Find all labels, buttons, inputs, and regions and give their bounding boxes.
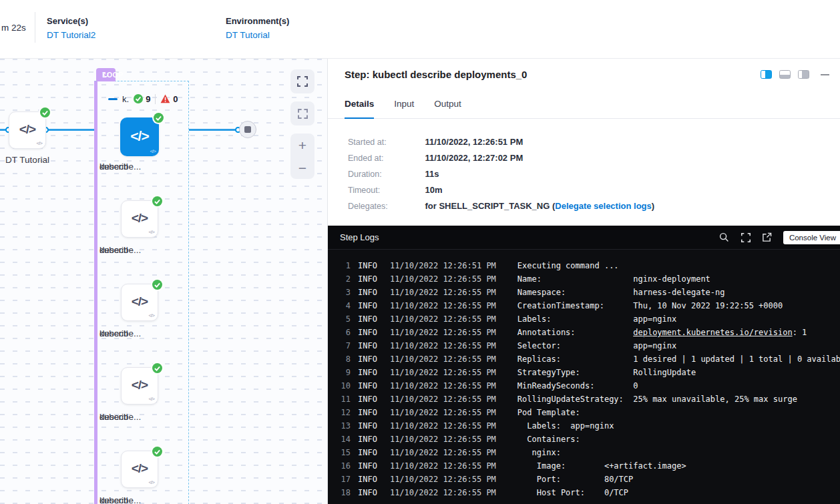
log-line: 15INFO11/10/2022 12:26:55 PM nginx:	[328, 446, 840, 459]
log-line: 18INFO11/10/2022 12:26:55 PM Host Port: …	[328, 486, 840, 499]
log-line: 11INFO11/10/2022 12:26:55 PMRollingUpdat…	[328, 393, 840, 406]
log-lines: 1INFO11/10/2022 12:26:51 PMExecuting com…	[328, 250, 840, 504]
tab-output[interactable]: Output	[434, 99, 461, 118]
code-icon: </>	[120, 128, 159, 144]
log-search-button[interactable]	[719, 232, 730, 243]
code-icon: </>	[122, 378, 158, 393]
log-line-number: 10	[328, 379, 351, 393]
service-link[interactable]: DT Tutorial2	[47, 30, 95, 40]
log-timestamp: 11/10/2022 12:26:55 PM	[390, 366, 496, 379]
step-node[interactable]: </> </>	[121, 200, 158, 238]
log-line-number: 1	[328, 259, 351, 272]
detail-row: Started at: 11/10/2022, 12:26:51 PM	[348, 134, 840, 150]
step-node[interactable]: </> </>	[121, 451, 158, 488]
log-level: INFO	[358, 339, 377, 352]
field-label: Started at:	[348, 134, 423, 150]
log-line: 12INFO11/10/2022 12:26:55 PMPod Template…	[328, 406, 840, 419]
field-value: 11s	[425, 169, 439, 179]
log-fullscreen-button[interactable]	[741, 232, 751, 243]
log-line: 4INFO11/10/2022 12:26:55 PMCreationTimes…	[328, 299, 840, 312]
log-line-number: 18	[328, 486, 351, 499]
log-level: INFO	[358, 286, 377, 299]
console-view-button[interactable]: Console View	[783, 231, 840, 244]
success-count: 9	[146, 94, 150, 104]
log-annotation-link[interactable]: deployment.kubernetes.io/revision	[633, 328, 792, 337]
services-block: Service(s) DT Tutorial2	[47, 16, 95, 40]
detail-row: Ended at: 11/10/2022, 12:27:02 PM	[348, 150, 840, 166]
log-message: Host Port: 0/TCP	[517, 488, 628, 497]
canvas-fullscreen-button[interactable]	[290, 69, 314, 93]
step-logs-header: Step Logs Console View	[328, 226, 840, 250]
log-message: MinReadySeconds: 0	[517, 381, 638, 391]
log-line-number: 6	[328, 326, 351, 339]
log-message: Labels: app=nginx	[517, 314, 676, 324]
log-timestamp: 11/10/2022 12:26:55 PM	[390, 272, 496, 286]
field-value: for SHELL_SCRIPT_TASK_NG (	[425, 201, 555, 211]
log-line-number: 12	[328, 406, 351, 419]
code-icon: </>	[9, 122, 45, 137]
layout-panel-right-icon[interactable]	[798, 70, 809, 79]
loop-badge: ↻ LOOP	[96, 68, 116, 81]
log-line: 13INFO11/10/2022 12:26:55 PM Labels: app…	[328, 419, 840, 433]
mini-code-icon: </>	[36, 140, 42, 146]
environment-link[interactable]: DT Tutorial	[226, 30, 289, 40]
stage-node-label: DT Tutorial	[0, 152, 67, 168]
log-level: INFO	[358, 433, 377, 446]
pipeline-graph-canvas[interactable]: ↻ LOOP k. 9 0 </> </> DT Tutorial	[0, 59, 327, 504]
log-message: Image: <+artifact.image>	[517, 461, 686, 471]
code-icon: </>	[122, 211, 158, 226]
log-level: INFO	[358, 272, 377, 286]
zoom-in-button[interactable]: +	[290, 134, 314, 156]
log-line-number: 16	[328, 459, 351, 473]
panel-header: Step: kubectl describe deployments_0	[328, 59, 840, 87]
log-line: 9INFO11/10/2022 12:26:55 PMStrategyType:…	[328, 366, 840, 379]
log-timestamp: 11/10/2022 12:26:55 PM	[390, 339, 496, 352]
log-level: INFO	[358, 446, 377, 459]
log-level: INFO	[358, 299, 377, 312]
zoom-out-button[interactable]: −	[290, 156, 314, 179]
log-open-new-tab-button[interactable]	[762, 232, 773, 243]
top-bar: m 22s Service(s) DT Tutorial2 Environmen…	[0, 0, 840, 59]
log-level: INFO	[358, 473, 377, 486]
step-logs-title: Step Logs	[340, 232, 379, 242]
tab-input[interactable]: Input	[394, 99, 414, 118]
layout-split-right-icon[interactable]	[761, 70, 772, 79]
mini-code-icon: </>	[148, 229, 154, 235]
log-timestamp: 11/10/2022 12:26:51 PM	[390, 259, 496, 272]
divider	[35, 12, 35, 43]
log-message: Containers:	[517, 435, 580, 444]
log-line: 1INFO11/10/2022 12:26:51 PMExecuting com…	[328, 259, 840, 272]
log-level: INFO	[358, 406, 377, 419]
panel-layout-controls	[761, 70, 829, 79]
loop-badge-label: LOOP	[102, 71, 124, 79]
success-check-icon	[40, 107, 50, 117]
tab-details[interactable]: Details	[345, 99, 374, 118]
canvas-zoom-controls: + −	[290, 134, 314, 179]
field-label: Delegates:	[348, 198, 423, 214]
details-fields: Started at: 11/10/2022, 12:26:51 PM Ende…	[328, 119, 840, 226]
log-line-number: 5	[328, 312, 351, 326]
marquee-icon	[298, 109, 308, 119]
log-timestamp: 11/10/2022 12:26:55 PM	[390, 352, 496, 366]
delegate-selection-logs-link[interactable]: Delegate selection logs	[555, 201, 652, 211]
log-message: Name: nginx-deployment	[517, 274, 710, 284]
log-line-number: 9	[328, 366, 351, 379]
step-node[interactable]: </> </>	[121, 284, 158, 321]
stage-node-dt-tutorial[interactable]: </> </>	[9, 111, 46, 149]
log-timestamp: 11/10/2022 12:26:55 PM	[390, 433, 496, 446]
collapse-icon[interactable]	[108, 98, 118, 100]
success-check-icon	[152, 447, 162, 457]
log-message: Replicas: 1 desired | 1 updated | 1 tota…	[517, 354, 840, 364]
layout-split-bottom-icon[interactable]	[779, 70, 791, 79]
log-line: 7INFO11/10/2022 12:26:55 PMSelector: app…	[328, 339, 840, 352]
canvas-select-button[interactable]	[290, 101, 314, 125]
mini-code-icon: </>	[148, 396, 154, 402]
log-timestamp: 11/10/2022 12:26:55 PM	[390, 459, 496, 473]
log-level: INFO	[358, 366, 377, 379]
log-level: INFO	[358, 326, 377, 339]
step-node[interactable]: </> </>	[121, 367, 158, 405]
step-node-selected[interactable]: </> </>	[120, 117, 159, 156]
minimize-icon[interactable]	[821, 74, 829, 75]
fail-count: 0	[173, 94, 178, 104]
environments-label: Environment(s)	[226, 16, 289, 26]
